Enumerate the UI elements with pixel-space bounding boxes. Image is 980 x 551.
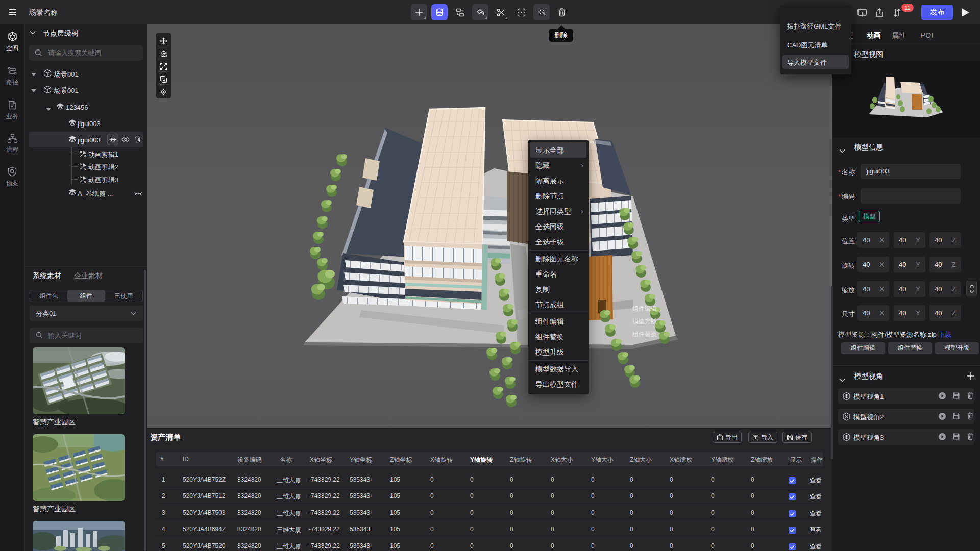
svg-text:模型升版: 模型升版 (632, 318, 657, 325)
svg-text:组件编辑: 组件编辑 (632, 305, 657, 312)
svg-text:组件替换: 组件替换 (632, 331, 657, 338)
